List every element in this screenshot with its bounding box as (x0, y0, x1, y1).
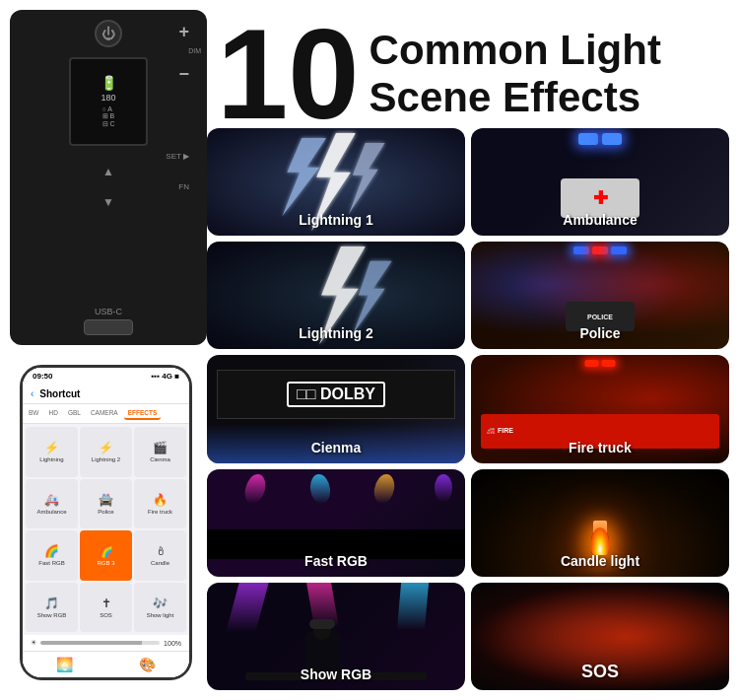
firetruck-text: 🚒 FIRE (487, 427, 513, 435)
ambulance-icon: 🚑 (44, 493, 59, 507)
dj-head (313, 622, 331, 640)
battery-icon: 🔋 (101, 75, 117, 91)
show-spot1 (226, 583, 268, 632)
amb-blue-light2 (602, 133, 622, 145)
phone-back-button[interactable]: ‹ (31, 388, 34, 399)
phone-candle-label: Candle (151, 560, 169, 566)
phone-extra-label: Show light (147, 612, 174, 618)
cinema-label: Cienma (311, 440, 362, 455)
effect-card-lightning1[interactable]: Lightning 1 (207, 128, 465, 236)
arrow-down-button[interactable]: ▼ (102, 195, 114, 209)
tab-hd[interactable]: HD (44, 407, 61, 420)
dj-headphones (309, 619, 335, 629)
ft-light1 (585, 360, 599, 367)
usbc-label: USB-C (95, 307, 122, 316)
tab-effects[interactable]: EFFECTS (124, 407, 162, 420)
effect-card-police[interactable]: POLICE Police (471, 242, 729, 349)
firetruck-label: Fire truck (569, 440, 632, 455)
lightning2-label: Lightning 2 (299, 325, 372, 341)
heading-text: Common Light Scene Effects (370, 27, 661, 122)
phone-effect-extra[interactable]: 🎶 Show light (134, 583, 186, 633)
showrgb-icon: 🎵 (44, 596, 59, 610)
fastrgb-icon: 🌈 (44, 544, 59, 558)
rgb3-icon: 🌈 (99, 544, 113, 558)
phone-panel: 09:50 ▪▪▪ 4G ■ ‹ Shortcut BW HD GBL CAME… (20, 365, 192, 680)
sos-icon: ✝ (101, 596, 111, 610)
arrow-buttons: ▲ (102, 165, 114, 178)
plus-button[interactable]: + (178, 22, 189, 42)
effect-card-firetruck[interactable]: 🚒 FIRE Fire truck (471, 355, 729, 462)
fn-label[interactable]: FN (178, 182, 189, 191)
phone-status-bar: 09:50 ▪▪▪ 4G ■ (23, 368, 189, 385)
lightning2-icon: ⚡ (99, 441, 113, 455)
phone-nav-title: Shortcut (39, 388, 80, 399)
tab-camera[interactable]: CAMERA (87, 407, 122, 420)
device-panel: + DIM − 🔋 180 ○ A⊞ B⊟ C SET ▶ ▲ FN ▼ USB… (10, 10, 207, 345)
phone-effects-grid: ⚡ Lightning ⚡ Lightning 2 🎬 Cienma 🚑 Amb… (23, 424, 189, 635)
phone-slider-row: ☀ 100% (23, 635, 189, 651)
phone-time: 09:50 (33, 372, 52, 381)
fastrgb-label: Fast RGB (304, 553, 368, 569)
phone-bottom-nav: 🌅 🎨 (23, 651, 189, 677)
candle-assembly (591, 521, 609, 555)
effect-card-fastrgb[interactable]: Fast RGB (207, 469, 465, 577)
lightning1-label: Lightning 1 (299, 212, 372, 228)
firetruck-icon: 🔥 (153, 493, 168, 507)
candle-label: Candle light (561, 553, 639, 569)
sos-label: SOS (581, 662, 619, 682)
effect-card-cinema[interactable]: □□ DOLBY Cienma (207, 355, 465, 462)
ambulance-lights (578, 133, 622, 145)
phone-effect-label2: Lightning 2 (92, 456, 120, 462)
device-display-number: 180 (101, 93, 115, 103)
ambulance-cross: ✚ (593, 187, 608, 209)
police-text: POLICE (587, 314, 613, 320)
showrgb-label: Show RGB (301, 666, 371, 682)
device-icons: ○ A⊞ B⊟ C (102, 105, 115, 128)
police-lights (573, 246, 627, 254)
phone-effect-firetruck[interactable]: 🔥 Fire truck (134, 479, 186, 529)
effects-grid: Lightning 1 ✚ Ambulance Lightning 2 (207, 128, 729, 690)
usbc-port (84, 319, 133, 335)
phone-effect-lightning[interactable]: ⚡ Lightning (26, 427, 78, 477)
phone-effect-label: Lightning (39, 456, 63, 462)
phone-screen: 09:50 ▪▪▪ 4G ■ ‹ Shortcut BW HD GBL CAME… (23, 368, 189, 677)
phone-effect-lightning2[interactable]: ⚡ Lightning 2 (80, 427, 132, 477)
brightness-icon: ☀ (31, 639, 36, 647)
tab-bw[interactable]: BW (25, 407, 42, 420)
phone-bottom-scene-icon[interactable]: 🌅 (56, 657, 73, 672)
dolby-sign: □□ DOLBY (287, 382, 385, 407)
tab-gbl[interactable]: GBL (64, 407, 85, 420)
phone-effect-rgb3[interactable]: 🌈 RGB 3 (80, 530, 132, 581)
candle-flame (591, 527, 609, 555)
effect-card-showrgb[interactable]: Show RGB (207, 583, 465, 690)
phone-effect-police[interactable]: 🚔 Police (80, 479, 132, 529)
power-button[interactable] (95, 20, 122, 47)
phone-police-label: Police (98, 509, 113, 515)
phone-effect-ambulance[interactable]: 🚑 Ambulance (26, 479, 78, 529)
effect-card-sos[interactable]: SOS (471, 583, 729, 690)
arrow-down-area: ▼ (102, 195, 114, 209)
minus-button[interactable]: − (178, 64, 189, 85)
device-screen: 🔋 180 ○ A⊞ B⊟ C (69, 57, 148, 146)
brightness-slider[interactable] (40, 641, 160, 645)
phone-rgb3-label: RGB 3 (97, 560, 114, 566)
cinema-screen: □□ DOLBY (217, 370, 455, 419)
effect-card-lightning2[interactable]: Lightning 2 (207, 242, 465, 349)
set-label[interactable]: SET ▶ (166, 152, 189, 161)
phone-ambulance-label: Ambulance (36, 509, 66, 515)
phone-effect-sos[interactable]: ✝ SOS (80, 583, 132, 633)
usbc-area: USB-C (84, 307, 133, 335)
phone-effect-fastrgb[interactable]: 🌈 Fast RGB (26, 530, 78, 581)
arrow-up-button[interactable]: ▲ (102, 165, 114, 178)
phone-effect-showrgb[interactable]: 🎵 Show RGB (26, 583, 78, 633)
extra-icon: 🎶 (153, 596, 168, 610)
svg-marker-4 (353, 261, 392, 334)
phone-effect-cinema[interactable]: 🎬 Cienma (134, 427, 186, 477)
phone-effect-candle[interactable]: 🕯 Candle (134, 530, 186, 581)
effect-card-candle[interactable]: Candle light (471, 469, 729, 577)
phone-fastrgb-label: Fast RGB (38, 560, 64, 566)
phone-bottom-effects-icon[interactable]: 🎨 (139, 657, 156, 672)
amb-blue-light (578, 133, 598, 145)
effect-card-ambulance[interactable]: ✚ Ambulance (471, 128, 729, 236)
phone-sos-label: SOS (100, 612, 112, 618)
